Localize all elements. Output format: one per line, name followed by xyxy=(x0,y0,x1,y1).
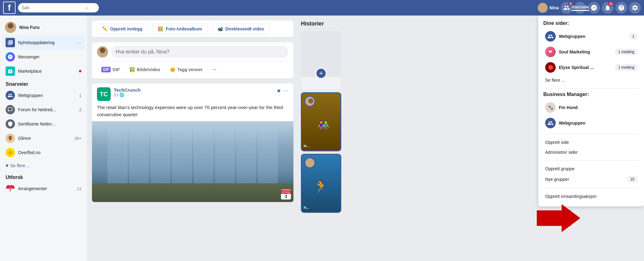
search-bar[interactable]: ⌕ xyxy=(18,3,99,12)
more-actions-btn[interactable]: ··· xyxy=(208,65,221,75)
utforsk-title: Utforsk xyxy=(2,172,85,181)
photo-icon: 🖼️ xyxy=(158,26,163,31)
sidebar-item-nyhetsoppdatering[interactable]: Nyhetsoppdatering ··· xyxy=(2,35,85,50)
people-icon-btn[interactable]: 8 xyxy=(561,2,573,14)
shortcut-glimre-label: Glimre xyxy=(18,136,31,141)
shortcut-forum-count: 2 xyxy=(79,108,81,112)
direktesendt-btn[interactable]: 📹 Direktesendt video xyxy=(212,24,269,34)
soul-marketing-icon: ❤ xyxy=(545,47,556,57)
shortcut-arrangementer[interactable]: 7 7 Arrangementer 11 xyxy=(2,181,85,196)
create-post-card: Hva tenker du på, Nina? GIF GIF 🖼️ Bilde… xyxy=(92,42,293,79)
shortcut-sertifiserte-label: Sertifiserte Nettm... xyxy=(18,121,55,126)
facebook-logo[interactable]: f xyxy=(3,2,16,14)
shortcut-forum-label: Forum for Nettred... xyxy=(18,107,56,112)
nav-right: Nina 8 Startside 11 xyxy=(538,2,641,14)
main-feed: ✏️ Opprett innlegg 🖼️ Foto-/videoalbum 📹… xyxy=(87,16,298,261)
soul-marketing-badge: 1 melding xyxy=(615,49,637,55)
shortcut-glimre[interactable]: Glimre 20+ xyxy=(2,131,85,145)
story-card-2[interactable]: 🏃 H... xyxy=(301,154,341,213)
story-2-name: H... xyxy=(304,206,338,209)
star-icon[interactable]: ★ xyxy=(276,87,281,94)
administrer-sider-link[interactable]: Administrer sider xyxy=(543,147,639,157)
sidebar-user[interactable]: Nina Furu xyxy=(2,19,85,35)
dropdown-page-webgruppen[interactable]: Webgruppen 1 xyxy=(543,29,639,44)
dropdown-bm-webgruppen[interactable]: Webgruppen xyxy=(543,115,639,131)
post-input[interactable]: Hva tenker du på, Nina? xyxy=(111,46,288,58)
messenger-icon xyxy=(6,52,15,62)
create-post-bar-top: ✏️ Opprett innlegg 🖼️ Foto-/videoalbum 📹… xyxy=(92,21,293,37)
left-sidebar: Nina Furu Nyhetsoppdatering ··· Messenge… xyxy=(0,16,87,261)
feed-post-image: arrang 3 xyxy=(92,121,293,202)
snarveier-title: Snarveier xyxy=(2,78,85,88)
create-post-top: Hva tenker du på, Nina? xyxy=(97,46,288,61)
feed-post-time: 2 t 🌐 xyxy=(114,93,140,97)
story-1-name: M... xyxy=(304,144,338,148)
feed-page-name[interactable]: TechCrunch xyxy=(114,87,140,93)
avatar xyxy=(538,3,548,13)
opprett-gruppe-link[interactable]: Opprett gruppe xyxy=(543,164,639,174)
dropdown-page-elyse[interactable]: 🔴 Elyse Spiritual ... 1 melding xyxy=(543,60,639,75)
nyhetsoppdatering-label: Nyhetsoppdatering xyxy=(18,40,55,45)
feed-post-meta: TechCrunch 2 t 🌐 xyxy=(114,87,140,97)
nye-grupper-row[interactable]: Nye grupper 15 xyxy=(543,174,639,185)
notifications-icon-btn[interactable]: 11 xyxy=(602,2,614,14)
svg-point-0 xyxy=(540,4,545,9)
search-input[interactable] xyxy=(22,5,84,10)
dropdown-panel: Dine sider: Webgruppen 1 ❤ Soul Marketin… xyxy=(538,16,644,206)
video-icon: 📹 xyxy=(218,26,223,31)
messenger-icon-btn[interactable] xyxy=(588,2,600,14)
see-more-shortcuts[interactable]: ▾ Se flere ... xyxy=(2,160,85,172)
feed-post-text: The retail titan's technology expenses w… xyxy=(92,101,293,121)
help-icon-btn[interactable] xyxy=(615,2,627,14)
shortcut-forum[interactable]: Forum for Nettred... 2 xyxy=(2,103,85,117)
shortcut-webgruppen[interactable]: Webgruppen 1 xyxy=(2,88,85,103)
nyhetsoppdatering-icon xyxy=(6,38,15,47)
story-card-1[interactable]: 👫 M... xyxy=(301,92,341,151)
opprett-innlegg-btn[interactable]: ✏️ Opprett innlegg xyxy=(97,24,148,34)
webgruppen-bm-name: Webgruppen xyxy=(559,121,637,126)
post-dots-icon[interactable]: ··· xyxy=(284,88,288,94)
elyse-icon: 🔴 xyxy=(545,62,556,73)
sidebar-item-messenger[interactable]: Messenger xyxy=(2,50,85,64)
pencil-icon: ✏️ xyxy=(102,26,108,31)
settings-icon-btn[interactable] xyxy=(629,2,641,14)
shortcut-sertifiserte[interactable]: Sertifiserte Nettm... xyxy=(2,117,85,131)
startside-btn[interactable]: Startside xyxy=(574,2,586,14)
nav-user-name: Nina xyxy=(550,5,559,10)
bilde-btn[interactable]: 🖼️ Bilde/video xyxy=(125,65,164,75)
add-story-circle: + xyxy=(315,68,327,79)
shortcut-webgruppen-label: Webgruppen xyxy=(18,93,43,98)
direktesendt-label: Direktesendt video xyxy=(225,26,264,31)
startside-label: Startside xyxy=(572,5,589,11)
three-dots-icon[interactable]: ··· xyxy=(77,39,81,46)
opprett-innlegg-label: Opprett innlegg xyxy=(110,26,142,31)
webgruppen-page-icon xyxy=(545,31,556,42)
see-more-pages[interactable]: Se flere ... xyxy=(543,75,639,85)
tagg-btn[interactable]: 😊 Tagg venner xyxy=(166,65,207,75)
sidebar-item-marketplace[interactable]: Marketplace xyxy=(2,64,85,78)
dropdown-divider-3 xyxy=(543,160,639,161)
dropdown-bm-finhund[interactable]: 🐾 Fin Hund xyxy=(543,100,639,115)
dropdown-divider-1 xyxy=(543,88,639,89)
opprett-innsamlingsaksjon-link[interactable]: Opprett innsamlingsaksjon xyxy=(543,191,639,201)
svg-point-7 xyxy=(99,53,107,57)
post-placeholder: Hva tenker du på, Nina? xyxy=(116,49,169,54)
opprett-side-link[interactable]: Opprett side xyxy=(543,137,639,147)
image-icon: 🖼️ xyxy=(130,67,135,72)
nye-grupper-label: Nye grupper xyxy=(545,177,569,182)
marketplace-notification-dot xyxy=(79,70,81,72)
dropdown-page-soul-marketing[interactable]: ❤ Soul Marketing 1 melding xyxy=(543,44,639,60)
shortcut-overflod[interactable]: ⚙ Overflod.no xyxy=(2,145,85,160)
gif-label: GIF xyxy=(113,67,120,72)
foto-video-btn[interactable]: 🖼️ Foto-/videoalbum xyxy=(153,24,207,34)
shortcut-arrangementer-count: 11 xyxy=(77,186,81,191)
tag-icon: 😊 xyxy=(170,67,175,72)
gif-btn[interactable]: GIF GIF xyxy=(97,64,124,75)
top-navigation: f ⌕ Nina 8 Startside 11 xyxy=(0,0,644,16)
historier-title: Historier xyxy=(301,21,364,27)
arrangementer-icon: 7 7 xyxy=(6,184,15,193)
add-story-card[interactable]: + xyxy=(301,31,341,90)
messenger-label: Messenger xyxy=(18,54,39,59)
marketplace-icon xyxy=(6,66,15,76)
nav-user[interactable]: Nina xyxy=(538,3,559,13)
